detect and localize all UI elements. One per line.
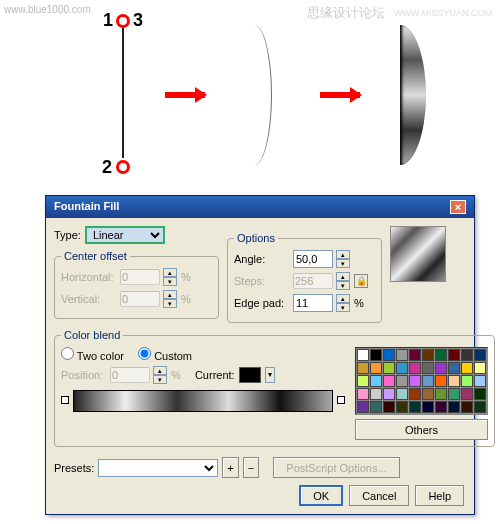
palette-cell[interactable] (461, 375, 473, 387)
lens-shape (400, 25, 426, 165)
palette-cell[interactable] (383, 362, 395, 374)
ring-2 (116, 160, 130, 174)
spin-up-icon: ▴ (163, 268, 177, 277)
horiz-input (120, 269, 160, 285)
color-palette[interactable] (355, 347, 488, 415)
steps-input (293, 273, 333, 289)
palette-cell[interactable] (383, 375, 395, 387)
palette-cell[interactable] (383, 388, 395, 400)
palette-cell[interactable] (409, 362, 421, 374)
palette-cell[interactable] (357, 362, 369, 374)
palette-cell[interactable] (435, 388, 447, 400)
options-legend: Options (234, 232, 278, 244)
edge-input[interactable] (293, 294, 333, 312)
options-group: Options Angle:▴▾ Steps:▴▾🔒 Edge pad:▴▾% (227, 232, 382, 323)
palette-cell[interactable] (461, 388, 473, 400)
palette-cell[interactable] (448, 388, 460, 400)
custom-radio[interactable]: Custom (138, 347, 192, 362)
palette-cell[interactable] (474, 401, 486, 413)
help-button[interactable]: Help (415, 485, 464, 506)
palette-cell[interactable] (474, 349, 486, 361)
palette-cell[interactable] (448, 349, 460, 361)
grad-marker-right[interactable] (337, 396, 345, 404)
rod (122, 28, 124, 158)
presets-label: Presets: (54, 462, 94, 474)
palette-cell[interactable] (357, 401, 369, 413)
palette-cell[interactable] (370, 362, 382, 374)
palette-cell[interactable] (370, 401, 382, 413)
type-label: Type: (54, 229, 81, 241)
preset-del-button[interactable]: − (243, 457, 259, 478)
palette-cell[interactable] (448, 375, 460, 387)
palette-cell[interactable] (357, 388, 369, 400)
blend-legend: Color blend (61, 329, 123, 341)
palette-cell[interactable] (396, 388, 408, 400)
lock-icon[interactable]: 🔒 (354, 274, 368, 288)
ring-1 (116, 14, 130, 28)
palette-cell[interactable] (357, 375, 369, 387)
palette-cell[interactable] (435, 362, 447, 374)
arrow-1 (165, 92, 205, 98)
palette-cell[interactable] (422, 362, 434, 374)
palette-cell[interactable] (370, 375, 382, 387)
presets-select[interactable] (98, 459, 218, 477)
palette-cell[interactable] (422, 388, 434, 400)
palette-cell[interactable] (474, 375, 486, 387)
vert-input (120, 291, 160, 307)
palette-cell[interactable] (370, 388, 382, 400)
mark-2: 2 (102, 157, 112, 178)
palette-cell[interactable] (370, 349, 382, 361)
palette-cell[interactable] (409, 375, 421, 387)
swatch-dropdown[interactable]: ▾ (265, 367, 275, 383)
palette-cell[interactable] (409, 401, 421, 413)
palette-cell[interactable] (435, 401, 447, 413)
palette-cell[interactable] (409, 349, 421, 361)
palette-cell[interactable] (422, 401, 434, 413)
preset-add-button[interactable]: + (222, 457, 238, 478)
ok-button[interactable]: OK (299, 485, 343, 506)
palette-cell[interactable] (461, 362, 473, 374)
two-color-radio[interactable]: Two color (61, 347, 124, 362)
palette-cell[interactable] (383, 401, 395, 413)
center-legend: Center offset (61, 250, 130, 262)
spin-down-icon: ▾ (163, 277, 177, 286)
position-input (110, 367, 150, 383)
palette-cell[interactable] (461, 401, 473, 413)
gradient-bar[interactable] (73, 390, 333, 412)
titlebar: Fountain Fill × (46, 196, 474, 218)
palette-cell[interactable] (422, 349, 434, 361)
postscript-button: PostScript Options... (273, 457, 399, 478)
palette-cell[interactable] (396, 349, 408, 361)
grad-marker-left[interactable] (61, 396, 69, 404)
dialog-title: Fountain Fill (54, 200, 119, 212)
others-button[interactable]: Others (355, 419, 488, 440)
illustration: 1 3 2 (70, 10, 470, 185)
position-label: Position: (61, 369, 106, 381)
palette-cell[interactable] (409, 388, 421, 400)
palette-cell[interactable] (383, 349, 395, 361)
palette-cell[interactable] (396, 375, 408, 387)
palette-cell[interactable] (396, 401, 408, 413)
palette-cell[interactable] (448, 362, 460, 374)
cancel-button[interactable]: Cancel (349, 485, 409, 506)
center-offset-group: Center offset Horizontal:▴▾% Vertical:▴▾… (54, 250, 219, 319)
angle-input[interactable] (293, 250, 333, 268)
palette-cell[interactable] (448, 401, 460, 413)
palette-cell[interactable] (474, 362, 486, 374)
palette-cell[interactable] (396, 362, 408, 374)
palette-cell[interactable] (422, 375, 434, 387)
color-blend-group: Color blend Two color Custom Position: ▴… (54, 329, 495, 447)
palette-cell[interactable] (357, 349, 369, 361)
horiz-label: Horizontal: (61, 271, 116, 283)
angle-label: Angle: (234, 253, 289, 265)
palette-cell[interactable] (461, 349, 473, 361)
fountain-fill-dialog: Fountain Fill × Type: Linear Center offs… (45, 195, 475, 515)
palette-cell[interactable] (435, 375, 447, 387)
palette-cell[interactable] (474, 388, 486, 400)
gradient-preview (390, 226, 446, 282)
current-label: Current: (195, 369, 235, 381)
mark-3: 3 (133, 10, 143, 31)
close-icon[interactable]: × (450, 200, 466, 214)
palette-cell[interactable] (435, 349, 447, 361)
type-select[interactable]: Linear (85, 226, 165, 244)
